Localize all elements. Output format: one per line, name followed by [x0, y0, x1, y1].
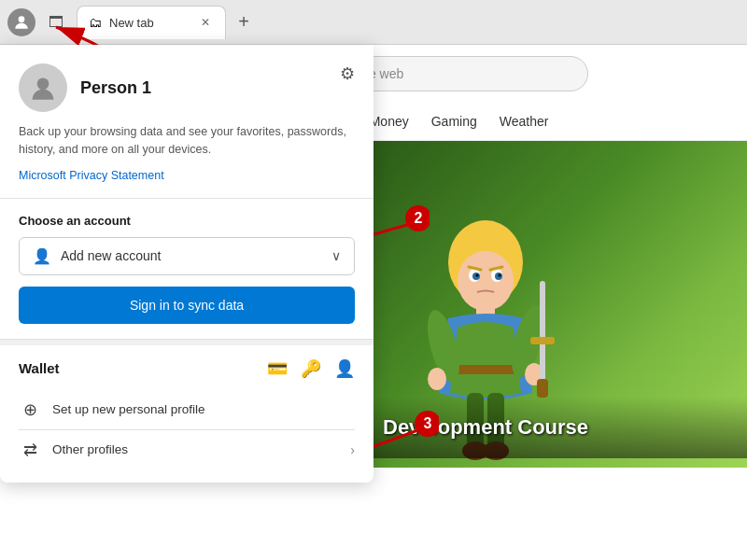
- svg-point-9: [476, 274, 479, 277]
- privacy-link[interactable]: Microsoft Privacy Statement: [19, 169, 164, 182]
- svg-rect-20: [530, 337, 555, 344]
- profile-name: Person 1: [80, 78, 151, 98]
- svg-point-35: [37, 77, 49, 90]
- gear-icon: ⚙: [340, 64, 355, 83]
- wallet-title: Wallet: [19, 360, 267, 376]
- browser-profile-button[interactable]: [7, 8, 35, 36]
- profile-row: Person 1: [19, 63, 355, 112]
- card-icon: 💳: [267, 359, 288, 378]
- profile-description: Back up your browsing data and see your …: [19, 123, 355, 159]
- svg-point-10: [499, 274, 501, 277]
- setup-profile-option[interactable]: ⊕ Set up new personal profile: [19, 390, 355, 429]
- profile-dropdown-panel: ⚙ Person 1 Back up your browsing data an…: [0, 45, 374, 483]
- wallet-key-button[interactable]: 🔑: [301, 358, 321, 379]
- wallet-transfer-button[interactable]: 👤: [334, 358, 355, 379]
- transfer-icon: 👤: [334, 359, 355, 378]
- add-account-label: Add new account: [61, 248, 322, 263]
- setup-profile-label: Set up new personal profile: [52, 402, 355, 416]
- account-section: Choose an account 👤 Add new account ∨ Si…: [0, 199, 374, 339]
- tab-bar: 🗂 New tab ✕ +: [77, 6, 740, 39]
- chevron-down-icon: ∨: [331, 248, 341, 263]
- account-icon: 👤: [33, 247, 51, 265]
- avatar: [19, 63, 67, 112]
- chevron-right-icon: ›: [350, 442, 355, 457]
- add-account-dropdown[interactable]: 👤 Add new account ∨: [19, 237, 355, 275]
- tab-close-button[interactable]: ✕: [197, 14, 214, 31]
- svg-rect-21: [537, 379, 548, 398]
- nav-tab-weather[interactable]: Weather: [500, 110, 549, 133]
- key-icon: 🔑: [301, 359, 321, 378]
- add-circle-icon: ⊕: [19, 399, 41, 420]
- svg-point-4: [458, 251, 514, 311]
- wallet-card-button[interactable]: 💳: [267, 358, 288, 379]
- wallet-icons: 💳 🔑 👤: [267, 358, 355, 379]
- svg-point-17: [428, 368, 446, 390]
- svg-text:2: 2: [415, 210, 423, 226]
- wallet-section: Wallet 💳 🔑 👤 ⊕ Set up new personal profi…: [0, 340, 374, 483]
- sign-in-button[interactable]: Sign in to sync data: [19, 287, 355, 324]
- svg-rect-14: [453, 365, 518, 374]
- other-profiles-label: Other profiles: [52, 442, 339, 456]
- svg-text:3: 3: [424, 415, 432, 431]
- new-tab-button[interactable]: +: [230, 8, 258, 36]
- gear-button[interactable]: ⚙: [336, 60, 359, 88]
- wallet-header: Wallet 💳 🔑 👤: [19, 358, 355, 379]
- nav-tab-gaming[interactable]: Gaming: [431, 110, 477, 133]
- nav-tab-money[interactable]: Money: [370, 110, 409, 133]
- other-profiles-option[interactable]: ⇄ Other profiles ›: [19, 430, 355, 469]
- switch-profile-icon: ⇄: [19, 440, 41, 460]
- choose-account-label: Choose an account: [19, 214, 355, 228]
- svg-point-0: [19, 16, 25, 22]
- profile-section: ⚙ Person 1 Back up your browsing data an…: [0, 45, 374, 198]
